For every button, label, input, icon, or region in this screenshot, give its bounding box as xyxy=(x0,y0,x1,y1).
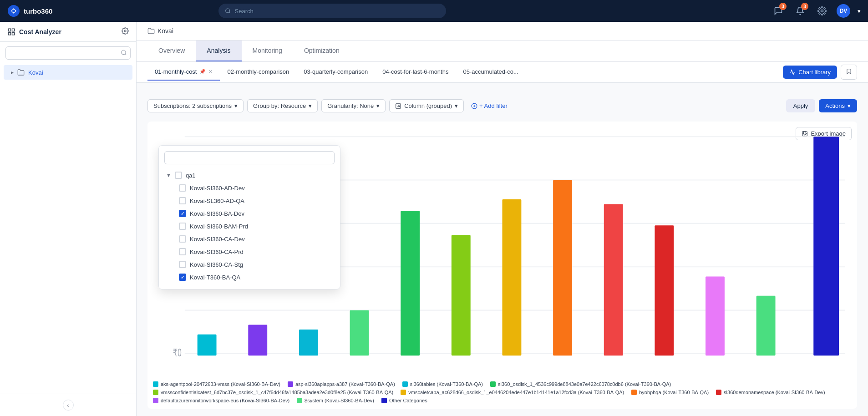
dropdown-item-3[interactable]: Kovai-SI360-BAM-Prd xyxy=(164,220,335,233)
actions-button[interactable]: Actions ▾ xyxy=(819,99,857,112)
breadcrumb-folder-icon xyxy=(147,27,155,35)
legend-label-byob: byobphqa (Kovai-T360-BA-QA) xyxy=(639,390,709,395)
cost-analyzer-icon xyxy=(7,28,15,36)
subtab-monthly-comparison[interactable]: 02-monthly-comparison xyxy=(220,64,296,81)
add-filter-label: + Add filter xyxy=(479,102,508,109)
close-icon[interactable]: ✕ xyxy=(208,69,213,75)
bar-vmss xyxy=(452,235,471,355)
legend-color-asp xyxy=(288,381,293,387)
global-search-bar[interactable] xyxy=(218,4,446,18)
sidebar-title: Cost Analyzer xyxy=(19,28,61,36)
sidebar-search-input[interactable] xyxy=(5,46,131,60)
bar-sl360tables xyxy=(299,330,318,355)
sidebar-settings-button[interactable] xyxy=(122,27,129,36)
bar-sl360osdisk xyxy=(350,310,369,356)
legend-item-vmscale: vmscaletcaba_ac628d66_osdisk_1_e0446204e… xyxy=(401,390,624,395)
plus-icon xyxy=(471,103,477,109)
dropdown-search-input[interactable] xyxy=(164,151,335,164)
gear-icon xyxy=(817,6,827,15)
granularity-filter[interactable]: Granularity: None ▾ xyxy=(321,99,386,112)
nav-icons-group: 3 3 DV ▾ xyxy=(771,4,861,18)
dropdown-group-qa1[interactable]: ▼ qa1 xyxy=(164,169,335,182)
dropdown-item-5[interactable]: Kovai-SI360-CA-Prd xyxy=(164,245,335,258)
messages-button[interactable]: 3 xyxy=(771,4,786,18)
item-checkbox-6[interactable] xyxy=(179,261,186,268)
bar-other-categories xyxy=(813,137,839,355)
legend-label-vmss: vmssconfidentialcatest_6d7bc37e_osdisk_1… xyxy=(161,390,393,395)
item-checkbox-0[interactable] xyxy=(179,184,186,192)
subtab-monthly-cost[interactable]: 01-monthly-cost 📌 ✕ xyxy=(147,64,220,81)
legend-color-aks xyxy=(153,381,158,387)
subscriptions-dropdown: ▼ qa1 Kovai-SI360-AD-Dev Kovai-SL360-AD-… xyxy=(158,145,340,289)
filters-row: Subscriptions: 2 subscriptions ▾ Group b… xyxy=(147,94,857,112)
granularity-chevron-icon: ▾ xyxy=(376,102,380,109)
subtab-cost-last-6months[interactable]: 04-cost-for-last-6-months xyxy=(375,64,456,81)
legend-color-system xyxy=(297,398,302,403)
item-label-0: Kovai-SI360-AD-Dev xyxy=(190,185,245,192)
svg-rect-5 xyxy=(12,29,15,31)
user-avatar[interactable]: DV xyxy=(837,4,850,18)
legend-item-sl360dem: sl360demonamespace (Kovai-SI360-BA-Dev) xyxy=(716,390,825,395)
alerts-badge: 3 xyxy=(801,3,808,10)
dropdown-list: ▼ qa1 Kovai-SI360-AD-Dev Kovai-SL360-AD-… xyxy=(164,169,335,284)
user-menu-chevron[interactable]: ▾ xyxy=(858,8,861,15)
sidebar-item-kovai[interactable]: ▸ Kovai xyxy=(4,65,132,80)
granularity-label: Granularity: None xyxy=(327,102,374,109)
item-checkbox-1[interactable] xyxy=(179,197,186,204)
sidebar: Cost Analyzer ▸ Kov xyxy=(0,22,137,416)
subscriptions-filter[interactable]: Subscriptions: 2 subscriptions ▾ xyxy=(147,99,244,112)
subtab-quarterly-comparison[interactable]: 03-quarterly-comparison xyxy=(296,64,375,81)
legend-color-other-categories xyxy=(381,398,387,403)
tab-monitoring[interactable]: Monitoring xyxy=(242,41,293,61)
sidebar-collapse-button[interactable]: ‹ xyxy=(63,400,74,411)
bookmark-icon xyxy=(846,68,852,75)
item-checkbox-3[interactable] xyxy=(179,223,186,230)
legend-label-default: defaultazuremonitorworkspace-eus (Kovai-… xyxy=(161,398,289,403)
app-logo[interactable]: turbo360 xyxy=(7,5,52,17)
chart-legend: aks-agentpool-20472633-vmss (Kovai-SI360… xyxy=(153,378,852,403)
chart-library-label: Chart library xyxy=(798,69,831,76)
bookmark-button[interactable] xyxy=(841,65,857,80)
item-label-4: Kovai-SI360-CA-Dev xyxy=(190,236,245,243)
group-by-label: Group by: Resource xyxy=(253,102,306,109)
subscriptions-chevron-icon: ▾ xyxy=(234,102,238,109)
chart-type-filter[interactable]: Column (grouped) ▾ xyxy=(389,99,464,112)
group-chevron-icon: ▼ xyxy=(166,172,171,178)
content-header: Kovai xyxy=(137,22,868,41)
item-checkbox-5[interactable] xyxy=(179,248,186,255)
apply-button[interactable]: Apply xyxy=(786,99,816,112)
item-checkbox-2[interactable] xyxy=(179,210,186,217)
item-checkbox-4[interactable] xyxy=(179,235,186,243)
dropdown-item-7[interactable]: Kovai-T360-BA-QA xyxy=(164,271,335,284)
tab-analysis[interactable]: Analysis xyxy=(196,41,241,61)
tab-optimization[interactable]: Optimization xyxy=(293,41,350,61)
legend-label-sl360tables: sl360tables (Kovai-T360-BA-QA) xyxy=(410,381,483,387)
legend-item-other-categories: Other Categories xyxy=(381,398,427,403)
sidebar-header: Cost Analyzer xyxy=(0,22,136,42)
bar-aks xyxy=(198,335,217,356)
chart-library-button[interactable]: Chart library xyxy=(783,66,837,79)
svg-point-9 xyxy=(122,50,126,54)
item-checkbox-7[interactable] xyxy=(179,274,186,281)
tab-overview[interactable]: Overview xyxy=(147,41,196,61)
dropdown-item-2[interactable]: Kovai-SI360-BA-Dev xyxy=(164,207,335,220)
legend-item-asp: asp-sl360apiapps-a387 (Kovai-T360-BA-QA) xyxy=(288,381,395,387)
app-name: turbo360 xyxy=(24,7,52,15)
group-by-filter[interactable]: Group by: Resource ▾ xyxy=(247,99,318,112)
settings-button[interactable] xyxy=(815,4,829,18)
dropdown-item-0[interactable]: Kovai-SI360-AD-Dev xyxy=(164,182,335,194)
dropdown-item-4[interactable]: Kovai-SI360-CA-Dev xyxy=(164,233,335,245)
notifications-button[interactable]: 3 xyxy=(793,4,807,18)
dropdown-item-1[interactable]: Kovai-SL360-AD-QA xyxy=(164,194,335,207)
svg-text:₹0: ₹0 xyxy=(173,347,182,359)
subtab-accumulated[interactable]: 05-accumulated-co... xyxy=(456,64,525,81)
search-input[interactable] xyxy=(235,8,440,15)
svg-point-2 xyxy=(226,9,230,13)
chart-type-chevron-icon: ▾ xyxy=(455,102,458,109)
add-filter-button[interactable]: + Add filter xyxy=(467,100,511,112)
svg-rect-4 xyxy=(8,29,10,31)
turbo-logo-icon xyxy=(7,5,20,17)
dropdown-item-6[interactable]: Kovai-SI360-CA-Stg xyxy=(164,258,335,271)
bar-vmscale xyxy=(503,199,522,355)
group-checkbox[interactable] xyxy=(175,172,182,179)
